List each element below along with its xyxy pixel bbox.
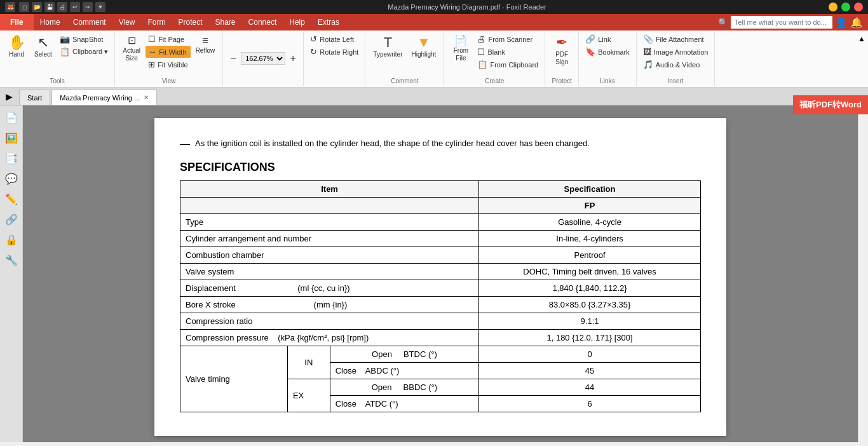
select-label: Select <box>34 51 52 58</box>
tab-close-button[interactable]: ✕ <box>144 94 149 101</box>
right-scrollbar[interactable] <box>858 105 868 442</box>
table-row: Type Gasoline, 4-cycle <box>180 213 701 230</box>
ribbon: ✋ Hand ↖ Select 📷 SnapShot 📋 Clipboard ▾… <box>0 30 868 88</box>
tab-document[interactable]: Mazda Premacy Wiring ... ✕ <box>51 90 157 105</box>
bore-spec: 83.0×85.0 {3.27×3.35} <box>479 296 701 313</box>
sidebar-bookmark-button[interactable]: 📑 <box>2 149 21 168</box>
clipboard-button[interactable]: 📋 Clipboard ▾ <box>57 46 111 58</box>
sidebar-comment-button[interactable]: 💬 <box>2 169 21 188</box>
in-open-val: 0 <box>479 346 701 362</box>
menu-form[interactable]: Form <box>142 14 172 30</box>
blank-button[interactable]: ☐ Blank <box>475 46 541 58</box>
redo-icon[interactable]: ↪ <box>83 2 93 12</box>
link-button[interactable]: 🔗 Link <box>583 33 632 45</box>
zoom-select[interactable]: 162.67% 100% 150% 200% <box>241 52 285 65</box>
print-icon[interactable]: 🖨 <box>57 2 67 12</box>
audio-video-button[interactable]: 🎵 Audio & Video <box>641 58 711 71</box>
specs-table: Item Specification FP Type Gasoline, 4-c… <box>180 180 701 412</box>
rotate-right-button[interactable]: ↻ Rotate Right <box>308 46 361 58</box>
actual-size-button[interactable]: ⊡ ActualSize <box>119 33 144 65</box>
table-row: Displacement (ml {cc, cu in}) 1,840 {1,8… <box>180 280 701 296</box>
ribbon-group-sign: ✒ PDFSign Protect <box>545 32 579 86</box>
ex-close-val: 6 <box>479 395 701 412</box>
menu-share[interactable]: Share <box>209 14 242 30</box>
pdf-sign-button[interactable]: ✒ PDFSign <box>549 33 574 69</box>
from-file-button[interactable]: 📄 FromFile <box>448 33 473 65</box>
from-scanner-button[interactable]: 🖨 From Scanner <box>475 33 541 45</box>
from-file-label: FromFile <box>454 47 468 62</box>
sidebar-link-button[interactable]: 🔗 <box>2 210 21 229</box>
typewriter-button[interactable]: T Typewriter <box>369 33 406 61</box>
snapshot-button[interactable]: 📷 SnapShot <box>57 33 111 45</box>
menu-comment[interactable]: Comment <box>67 14 112 30</box>
insert-group-label: Insert <box>668 78 684 84</box>
reflow-button[interactable]: ≡ Reflow <box>192 33 219 57</box>
menu-connect[interactable]: Connect <box>242 14 283 30</box>
valve-timing-item: Valve timing <box>180 346 288 412</box>
save-icon[interactable]: 💾 <box>44 2 55 12</box>
fit-visible-button[interactable]: ⊞ Fit Visible <box>146 58 190 71</box>
zoom-in-button[interactable]: + <box>287 51 299 66</box>
type-spec: Gasoline, 4-cycle <box>479 213 701 230</box>
ribbon-group-rotate: ↺ Rotate Left ↻ Rotate Right <box>304 32 365 86</box>
fit-page-button[interactable]: ☐ Fit Page <box>146 33 190 45</box>
menu-file[interactable]: File <box>0 14 34 30</box>
sidebar-page-button[interactable]: 📄 <box>2 108 21 127</box>
insert-col: 📎 File Attachment 🖼 Image Annotation 🎵 A… <box>641 33 711 71</box>
table-row: Valve timing IN Open BTDC (°) 0 <box>180 346 701 362</box>
menu-protect[interactable]: Protect <box>172 14 209 30</box>
content-area[interactable]: — As the ignition coil is installed on t… <box>23 105 858 442</box>
menu-extras[interactable]: Extras <box>311 14 346 30</box>
select-button[interactable]: ↖ Select <box>31 33 56 61</box>
bullet-icon: — <box>180 139 190 151</box>
menu-view[interactable]: View <box>112 14 142 30</box>
sidebar-tool-button[interactable]: 🔧 <box>2 250 21 269</box>
fit-width-button[interactable]: ↔ Fit Width <box>146 46 190 58</box>
open-icon[interactable]: 📂 <box>32 2 42 12</box>
sidebar-annotation-button[interactable]: ✏️ <box>2 189 21 208</box>
rotate-left-icon: ↺ <box>310 34 317 44</box>
customize-icon[interactable]: ▼ <box>95 2 105 12</box>
new-icon[interactable]: ◻ <box>19 2 29 12</box>
rotate-left-button[interactable]: ↺ Rotate Left <box>308 33 361 45</box>
from-clipboard-icon: 📋 <box>477 60 487 69</box>
maximize-button[interactable] <box>841 3 850 11</box>
ribbon-collapse[interactable]: ▲ <box>855 32 868 86</box>
minimize-button[interactable] <box>829 3 837 11</box>
account-icon[interactable]: 👤 <box>835 17 848 29</box>
bookmark-button[interactable]: 🔖 Bookmark <box>583 46 632 58</box>
menu-help[interactable]: Help <box>283 14 311 30</box>
pdf-sign-label: PDFSign <box>555 51 568 66</box>
watermark: 福昕PDF转Word <box>793 95 868 114</box>
hand-button[interactable]: ✋ Hand <box>4 33 29 61</box>
fit-width-icon: ↔ <box>148 47 156 57</box>
sidebar-thumbnail-button[interactable]: 🖼️ <box>2 128 21 147</box>
cylinder-item: Cylinder arrangement and number <box>180 230 479 247</box>
from-clipboard-button[interactable]: 📋 From Clipboard <box>475 58 541 71</box>
intro-section: — As the ignition coil is installed on t… <box>180 137 701 151</box>
cylinder-spec: In-line, 4-cylinders <box>479 230 701 247</box>
valve-system-item: Valve system <box>180 263 479 280</box>
tabs-bar: ▶ Start Mazda Premacy Wiring ... ✕ ▾ <box>0 88 868 105</box>
ex-direction: EX <box>287 379 330 412</box>
clipboard-label: Clipboard ▾ <box>72 48 108 56</box>
blank-icon: ☐ <box>477 47 485 57</box>
panel-toggle-button[interactable]: ▶ <box>0 88 18 105</box>
actual-size-icon: ⊡ <box>128 36 136 46</box>
undo-icon[interactable]: ↩ <box>70 2 80 12</box>
file-attachment-button[interactable]: 📎 File Attachment <box>641 33 711 45</box>
menu-search-input[interactable] <box>731 16 832 29</box>
notification-icon[interactable]: 🔔 <box>850 17 863 29</box>
close-button[interactable] <box>854 3 863 11</box>
sign-group-label: Protect <box>552 78 572 84</box>
sidebar-security-button[interactable]: 🔒 <box>2 230 21 249</box>
highlight-button[interactable]: ▼ Highlight <box>407 33 440 61</box>
tab-start[interactable]: Start <box>19 90 50 105</box>
main-area: 📄 🖼️ 📑 💬 ✏️ 🔗 🔒 🔧 — As the ignition coil… <box>0 105 868 442</box>
menu-home[interactable]: Home <box>34 14 67 30</box>
image-annotation-button[interactable]: 🖼 Image Annotation <box>641 46 711 58</box>
tab-document-label: Mazda Premacy Wiring ... <box>60 94 140 102</box>
zoom-out-button[interactable]: − <box>227 51 240 66</box>
table-row: Bore X stroke (mm {in}) 83.0×85.0 {3.27×… <box>180 296 701 313</box>
fit-page-icon: ☐ <box>148 34 156 44</box>
